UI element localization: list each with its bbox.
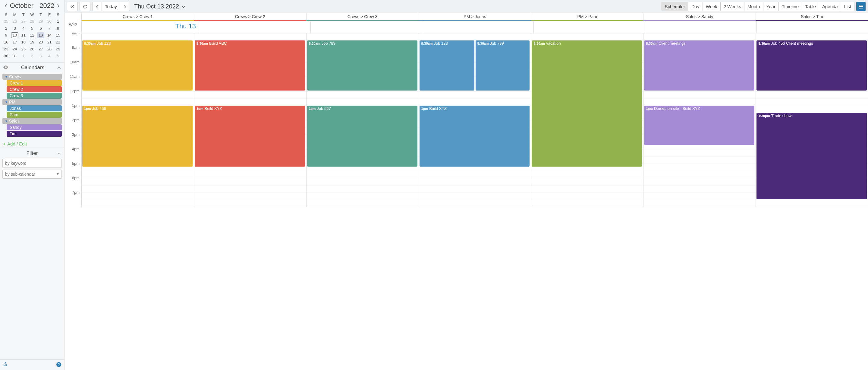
mini-cal-day[interactable]: 17 xyxy=(10,39,19,46)
mini-cal-day[interactable]: 15 xyxy=(54,32,62,39)
menu-button[interactable] xyxy=(856,2,866,11)
calendar-event[interactable]: 8:30amJob 456 Client meetings xyxy=(756,40,867,90)
mini-cal-day[interactable]: 29 xyxy=(36,18,45,25)
mini-cal-day[interactable]: 8 xyxy=(54,25,62,32)
view-button-year[interactable]: Year xyxy=(764,2,779,11)
next-month-button[interactable] xyxy=(55,2,62,9)
mini-cal-day[interactable]: 29 xyxy=(54,46,62,53)
mini-cal-day[interactable]: 16 xyxy=(2,39,10,46)
view-button-table[interactable]: Table xyxy=(802,2,819,11)
calendar-item[interactable]: Sandy xyxy=(7,124,62,131)
calendar-event[interactable]: 1pmJob 567 xyxy=(307,106,417,167)
mini-cal-day[interactable]: 27 xyxy=(19,18,28,25)
calendar-item[interactable]: Crew 3 xyxy=(7,93,62,99)
prev-month-button[interactable] xyxy=(2,2,10,9)
mini-cal-day[interactable]: 4 xyxy=(19,25,28,32)
mini-cal-day[interactable]: 13 xyxy=(36,32,45,39)
calendar-item[interactable]: Crew 2 xyxy=(7,86,62,92)
filter-keyword-input[interactable] xyxy=(2,159,62,168)
grid-body[interactable]: 8am9am10am11am12pm1pm2pm3pm4pm5pm6pm7pm … xyxy=(64,33,868,370)
chevron-up-icon[interactable] xyxy=(57,64,61,70)
mini-cal-day[interactable]: 9 xyxy=(2,32,10,39)
grid-column[interactable]: 8:30amJob 1238:30amJob 7891pmBuild XYZ xyxy=(418,33,531,207)
mini-cal-day[interactable]: 31 xyxy=(10,53,19,59)
calendar-event[interactable]: 8:30amBuild ABC xyxy=(195,40,305,90)
calendar-item[interactable]: Crew 1 xyxy=(7,80,62,86)
resource-column-header[interactable]: PM > Jonas xyxy=(418,13,531,21)
mini-cal-day[interactable]: 5 xyxy=(28,25,36,32)
mini-cal-day[interactable]: 26 xyxy=(28,46,36,53)
collapse-sidebar-button[interactable] xyxy=(67,2,78,11)
mini-cal-day[interactable]: 2 xyxy=(2,25,10,32)
mini-cal-day[interactable]: 23 xyxy=(2,46,10,53)
mini-cal-day[interactable]: 7 xyxy=(45,25,54,32)
mini-cal-day[interactable]: 4 xyxy=(45,53,54,59)
mini-cal-day[interactable]: 30 xyxy=(45,18,54,25)
mini-cal-day[interactable]: 22 xyxy=(54,39,62,46)
mini-cal-day[interactable]: 19 xyxy=(28,39,36,46)
calendar-event[interactable]: 8:30amJob 789 xyxy=(307,40,417,90)
calendar-item[interactable]: Jonas xyxy=(7,105,62,111)
add-edit-button[interactable]: + Add / Edit xyxy=(0,140,64,148)
date-picker-display[interactable]: Thu Oct 13 2022 xyxy=(134,3,186,10)
mini-cal-day[interactable]: 27 xyxy=(36,46,45,53)
mini-cal-day[interactable]: 25 xyxy=(19,46,28,53)
mini-cal-day[interactable]: 28 xyxy=(28,18,36,25)
resource-column-header[interactable]: PM > Pam xyxy=(531,13,643,21)
calendar-event[interactable]: 8:30amJob 789 xyxy=(475,40,530,90)
mini-cal-day[interactable]: 1 xyxy=(19,53,28,59)
resource-column-header[interactable]: Crews > Crew 2 xyxy=(194,13,306,21)
view-button-timeline[interactable]: Timeline xyxy=(779,2,802,11)
prev-day-button[interactable] xyxy=(92,2,102,11)
calendar-event[interactable]: 1pmBuild XYZ xyxy=(420,106,530,167)
resource-column-header[interactable]: Sales > Sandy xyxy=(643,13,755,21)
eye-icon[interactable] xyxy=(3,64,8,70)
resource-column-header[interactable]: Crews > Crew 3 xyxy=(306,13,418,21)
mini-cal-day[interactable]: 18 xyxy=(19,39,28,46)
view-button-day[interactable]: Day xyxy=(688,2,703,11)
today-button[interactable]: Today xyxy=(102,2,120,11)
calendar-event[interactable]: 1:30pmTrade show xyxy=(756,113,867,199)
calendar-event[interactable]: 1pmDemos on site - Build XYZ xyxy=(644,106,754,145)
mini-cal-day[interactable]: 6 xyxy=(36,25,45,32)
mini-cal-day[interactable]: 12 xyxy=(28,32,36,39)
grid-column[interactable]: 8:30amClient meetings1pmDemos on site - … xyxy=(643,33,755,207)
calendar-group-header[interactable]: ▼Sales xyxy=(2,118,62,124)
calendar-event[interactable]: 1pmBuild XYZ xyxy=(195,106,305,167)
mini-cal-day[interactable]: 20 xyxy=(36,39,45,46)
calendar-item[interactable]: Pam xyxy=(7,112,62,118)
calendar-group-header[interactable]: ▼Crews xyxy=(2,74,62,80)
share-icon[interactable] xyxy=(3,362,7,368)
mini-cal-day[interactable]: 3 xyxy=(10,25,19,32)
next-day-button[interactable] xyxy=(120,2,130,11)
grid-column[interactable]: 8:30amvacation xyxy=(531,33,643,207)
filter-subcalendar-select[interactable] xyxy=(2,170,62,179)
grid-column[interactable]: 8:30amJob 1231pmJob 456 xyxy=(82,33,194,207)
resource-column-header[interactable]: Crews > Crew 1 xyxy=(82,13,194,21)
help-icon[interactable]: ? xyxy=(56,362,61,367)
mini-cal-day[interactable]: 26 xyxy=(10,18,19,25)
view-button-week[interactable]: Week xyxy=(703,2,721,11)
calendars-section-header[interactable]: Calendars xyxy=(0,62,64,73)
grid-column[interactable]: 8:30amBuild ABC1pmBuild XYZ xyxy=(194,33,306,207)
view-button-2-weeks[interactable]: 2 Weeks xyxy=(721,2,744,11)
calendar-event[interactable]: 8:30amClient meetings xyxy=(644,40,754,90)
mini-cal-day[interactable]: 2 xyxy=(28,53,36,59)
mini-cal-day[interactable]: 21 xyxy=(45,39,54,46)
mini-cal-day[interactable]: 1 xyxy=(54,18,62,25)
grid-column[interactable]: 8:30amJob 7891pmJob 567 xyxy=(306,33,418,207)
calendar-event[interactable]: 8:30amJob 123 xyxy=(82,40,193,90)
grid-column[interactable]: 8:30amJob 456 Client meetings1:30pmTrade… xyxy=(755,33,868,207)
mini-cal-day[interactable]: 28 xyxy=(45,46,54,53)
mini-cal-day[interactable]: 11 xyxy=(19,32,28,39)
calendar-event[interactable]: 8:30amJob 123 xyxy=(420,40,474,90)
day-label[interactable]: Thu 13 xyxy=(82,21,199,33)
mini-cal-day[interactable]: 24 xyxy=(10,46,19,53)
mini-cal-day[interactable]: 10 xyxy=(10,32,19,39)
view-button-list[interactable]: List xyxy=(841,2,855,11)
mini-cal-day[interactable]: 5 xyxy=(54,53,62,59)
calendar-group-header[interactable]: ▼PM xyxy=(2,99,62,105)
calendar-item[interactable]: Tim xyxy=(7,131,62,137)
mini-cal-day[interactable]: 25 xyxy=(2,18,10,25)
calendar-event[interactable]: 1pmJob 456 xyxy=(82,106,193,167)
